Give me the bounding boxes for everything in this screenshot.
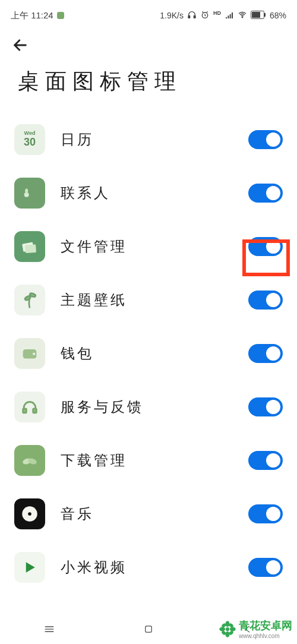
list-item-download: 下载管理: [0, 434, 297, 487]
svg-point-19: [28, 512, 31, 516]
svg-rect-14: [23, 409, 27, 413]
watermark: 青花安卓网 www.qhhlv.com: [219, 618, 292, 639]
svg-point-21: [226, 627, 229, 630]
battery-percent: 68%: [270, 11, 286, 20]
list-item-contacts: 联系人: [0, 166, 297, 220]
status-bar: 上午 11:24 1.9K/s HD 68%: [0, 0, 297, 26]
svg-rect-0: [188, 15, 190, 18]
app-label: 钱包: [61, 344, 248, 363]
watermark-brand: 青花安卓网: [239, 620, 292, 632]
svg-rect-5: [252, 12, 260, 18]
service-feedback-icon: [14, 392, 45, 422]
watermark-flower-icon: [219, 620, 236, 638]
list-item-music: 音乐: [0, 487, 297, 541]
svg-point-24: [219, 627, 225, 631]
svg-point-22: [226, 621, 230, 627]
toggle-video[interactable]: [248, 558, 283, 577]
wifi-icon: [238, 10, 247, 21]
hd-signal-icon: HD: [213, 10, 221, 16]
toggle-themes[interactable]: [248, 291, 283, 310]
download-icon: [14, 445, 45, 476]
app-label: 日历: [61, 130, 248, 149]
nav-recents-icon[interactable]: [42, 621, 57, 637]
cellular-signal-icon: [225, 10, 234, 21]
app-label: 服务与反馈: [61, 397, 248, 416]
svg-rect-6: [264, 13, 266, 17]
watermark-url: www.qhhlv.com: [239, 633, 292, 639]
status-app-indicator-icon: [57, 12, 64, 19]
list-item-wallet: 钱包: [0, 327, 297, 380]
network-speed: 1.9K/s: [160, 11, 184, 20]
svg-rect-15: [33, 409, 37, 413]
calendar-icon: Wed 30: [14, 124, 45, 155]
page-title: 桌面图标管理: [0, 62, 297, 108]
list-item-service: 服务与反馈: [0, 380, 297, 434]
list-item-calendar: Wed 30 日历: [0, 113, 297, 166]
svg-point-23: [226, 631, 230, 637]
app-label: 主题壁纸: [61, 291, 248, 310]
contacts-icon: [14, 178, 45, 209]
svg-point-13: [33, 353, 35, 355]
app-label: 文件管理: [61, 237, 248, 256]
svg-rect-1: [194, 15, 195, 18]
list-item-themes: 主题壁纸: [0, 273, 297, 327]
toggle-wallet[interactable]: [248, 344, 283, 363]
app-label: 下载管理: [61, 451, 248, 470]
battery-icon: [251, 11, 266, 21]
toggle-contacts[interactable]: [248, 184, 283, 203]
svg-rect-9: [25, 244, 36, 253]
status-left: 上午 11:24: [11, 10, 64, 21]
files-icon: [14, 231, 45, 262]
nav-home-icon[interactable]: [141, 621, 156, 637]
page-header: [0, 26, 297, 62]
toggle-service[interactable]: [248, 397, 283, 416]
app-label: 音乐: [61, 504, 248, 523]
svg-point-3: [242, 17, 243, 18]
music-icon: [14, 498, 45, 529]
list-item-video: 小米视频: [0, 541, 297, 594]
app-label: 联系人: [61, 184, 248, 203]
wallet-icon: [14, 338, 45, 369]
status-time: 上午 11:24: [11, 10, 53, 21]
svg-point-25: [230, 627, 236, 631]
themes-icon: [14, 285, 45, 315]
back-icon[interactable]: [12, 39, 29, 57]
headphones-icon: [187, 10, 197, 21]
calendar-icon-date: 30: [24, 137, 36, 149]
status-right: 1.9K/s HD 68%: [160, 10, 286, 21]
svg-rect-20: [146, 626, 152, 633]
toggle-download[interactable]: [248, 451, 283, 470]
alarm-icon: [200, 10, 210, 21]
app-list: Wed 30 日历 联系人 文件管理 主题壁纸 钱包: [0, 108, 297, 599]
list-item-files: 文件管理: [0, 220, 297, 273]
video-icon: [14, 552, 45, 583]
toggle-music[interactable]: [248, 504, 283, 523]
app-label: 小米视频: [61, 558, 248, 577]
toggle-files[interactable]: [248, 237, 283, 256]
toggle-calendar[interactable]: [248, 130, 283, 149]
